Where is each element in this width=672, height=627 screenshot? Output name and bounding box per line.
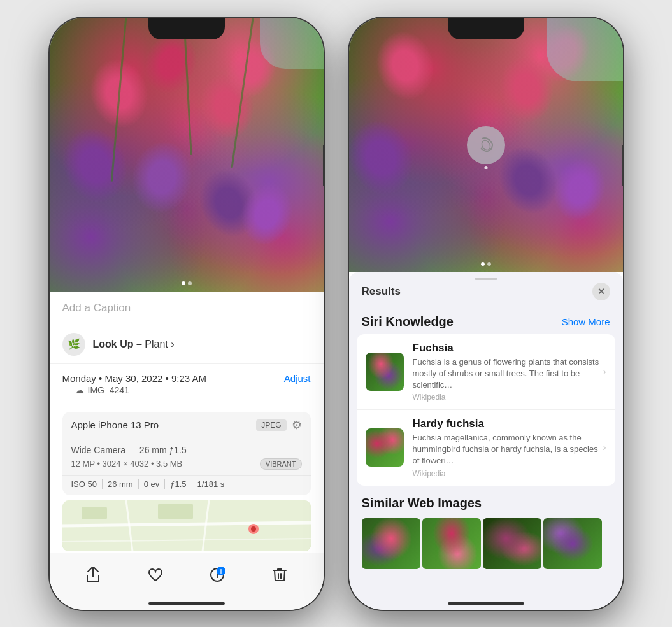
- vibrant-badge: VIBRANT: [260, 458, 302, 470]
- similar-web-title: Similar Web Images: [362, 496, 610, 511]
- share-button[interactable]: [79, 561, 107, 589]
- chevron-right-icon-2: ›: [603, 442, 606, 453]
- dot-r1: [481, 262, 485, 266]
- visual-search-button[interactable]: [467, 126, 505, 164]
- photo-indicator-right: [481, 262, 491, 266]
- siri-knowledge-header: Siri Knowledge Show More: [349, 307, 623, 334]
- jpeg-badge: JPEG: [256, 419, 286, 431]
- dot-1: [182, 281, 185, 285]
- cloud-icon: ☁: [75, 385, 84, 395]
- left-screen: Add a Caption 🌿 Look Up – Plant ›: [50, 18, 324, 610]
- exif-shutter: 1/181 s: [192, 479, 230, 489]
- similar-grid: [362, 518, 610, 569]
- right-phone: Results ✕ Siri Knowledge Show More: [349, 18, 623, 610]
- device-section: Apple iPhone 13 Pro JPEG ⚙ Wide Camera —…: [62, 412, 311, 495]
- date-row: Monday • May 30, 2022 • 9:23 AM Adjust ☁…: [50, 364, 324, 407]
- file-row: ☁ IMG_4241: [62, 384, 311, 403]
- hardy-fuchsia-source: Wikipedia: [413, 469, 606, 478]
- svg-text:i: i: [220, 568, 222, 575]
- fuchsia-thumb: [366, 353, 404, 391]
- camera-row: Wide Camera — 26 mm ƒ1.5: [62, 439, 311, 457]
- map-area[interactable]: [62, 500, 311, 551]
- lookup-subject: Plant: [145, 339, 168, 349]
- badges: JPEG ⚙: [256, 418, 301, 432]
- exif-iso: ISO 50: [71, 479, 103, 489]
- result-card-hardy-fuchsia[interactable]: Hardy fuchsia Fuchsia magellanica, commo…: [357, 410, 615, 486]
- device-row: Apple iPhone 13 Pro JPEG ⚙: [62, 412, 311, 439]
- right-screen: Results ✕ Siri Knowledge Show More: [349, 18, 623, 610]
- info-button[interactable]: i i: [203, 561, 231, 589]
- camera-text: Wide Camera — 26 mm ƒ1.5: [71, 445, 187, 455]
- similar-thumb-2[interactable]: [422, 518, 481, 569]
- lookup-row[interactable]: 🌿 Look Up – Plant ›: [50, 325, 324, 364]
- result-card-fuchsia[interactable]: Fuchsia Fuchsia is a genus of flowering …: [357, 334, 615, 411]
- fuchsia-name: Fuchsia: [413, 342, 606, 355]
- drag-handle[interactable]: [475, 278, 497, 280]
- settings-icon[interactable]: ⚙: [292, 418, 302, 432]
- home-indicator-left: [148, 602, 225, 605]
- svg-rect-5: [82, 507, 107, 519]
- photo-indicator: [182, 281, 192, 285]
- hardy-fuchsia-desc: Fuchsia magellanica, commonly known as t…: [413, 432, 606, 467]
- delete-button[interactable]: [266, 561, 294, 589]
- visual-search-dot: [484, 166, 487, 169]
- similar-thumb-3[interactable]: [483, 518, 541, 569]
- leaf-icon: 🌿: [68, 338, 80, 350]
- hardy-fuchsia-info: Hardy fuchsia Fuchsia magellanica, commo…: [413, 418, 606, 478]
- left-phone: Add a Caption 🌿 Look Up – Plant ›: [50, 18, 324, 610]
- chevron-right-icon: ›: [603, 366, 606, 377]
- fuchsia-desc: Fuchsia is a genus of flowering plants t…: [413, 356, 606, 391]
- lookup-chevron: ›: [171, 339, 174, 349]
- notch-right: [448, 18, 524, 39]
- svg-rect-6: [158, 504, 193, 519]
- exif-ev: 0 ev: [139, 479, 166, 489]
- results-panel: Results ✕ Siri Knowledge Show More: [349, 272, 623, 610]
- filename: IMG_4241: [88, 385, 129, 395]
- lookup-label: Look Up –: [93, 339, 142, 349]
- dot-2: [188, 281, 192, 285]
- adjust-button[interactable]: Adjust: [284, 373, 311, 384]
- favorite-button[interactable]: [141, 561, 169, 589]
- exif-aperture: ƒ1.5: [165, 479, 192, 489]
- results-content: Siri Knowledge Show More Fuchsia Fuchsia…: [349, 307, 623, 609]
- specs-row: 12 MP • 3024 × 4032 • 3.5 MB VIBRANT: [62, 457, 311, 475]
- caption-area[interactable]: Add a Caption: [50, 292, 324, 325]
- caption-placeholder[interactable]: Add a Caption: [62, 302, 131, 314]
- close-button[interactable]: ✕: [592, 283, 610, 300]
- photo-area-right[interactable]: [349, 18, 623, 272]
- date-text: Monday • May 30, 2022 • 9:23 AM: [62, 373, 206, 384]
- exif-mm: 26 mm: [103, 479, 139, 489]
- notch: [148, 18, 225, 39]
- visual-lookup-icon: 🌿: [62, 333, 85, 356]
- exif-row: ISO 50 26 mm 0 ev ƒ1.5 1/181 s: [62, 475, 311, 495]
- similar-section: Similar Web Images: [349, 486, 623, 574]
- dot-r2: [487, 262, 491, 266]
- device-name: Apple iPhone 13 Pro: [71, 419, 159, 430]
- specs-text: 12 MP • 3024 × 4032 • 3.5 MB: [71, 459, 183, 468]
- photo-area-left[interactable]: [50, 18, 324, 292]
- results-title: Results: [362, 285, 401, 298]
- siri-knowledge-title: Siri Knowledge: [362, 314, 454, 329]
- bottom-toolbar: i i: [50, 553, 324, 610]
- show-more-button[interactable]: Show More: [562, 316, 610, 327]
- hardy-fuchsia-name: Hardy fuchsia: [413, 418, 606, 430]
- svg-point-8: [251, 526, 256, 532]
- similar-thumb-1[interactable]: [362, 518, 420, 569]
- siri-knowledge-cards: Fuchsia Fuchsia is a genus of flowering …: [357, 334, 615, 486]
- fuchsia-info: Fuchsia Fuchsia is a genus of flowering …: [413, 342, 606, 402]
- hardy-fuchsia-thumb: [366, 428, 404, 467]
- home-indicator-right: [448, 602, 524, 605]
- fuchsia-source: Wikipedia: [413, 393, 606, 402]
- similar-thumb-4[interactable]: [543, 518, 602, 569]
- lookup-text[interactable]: Look Up – Plant ›: [93, 339, 175, 350]
